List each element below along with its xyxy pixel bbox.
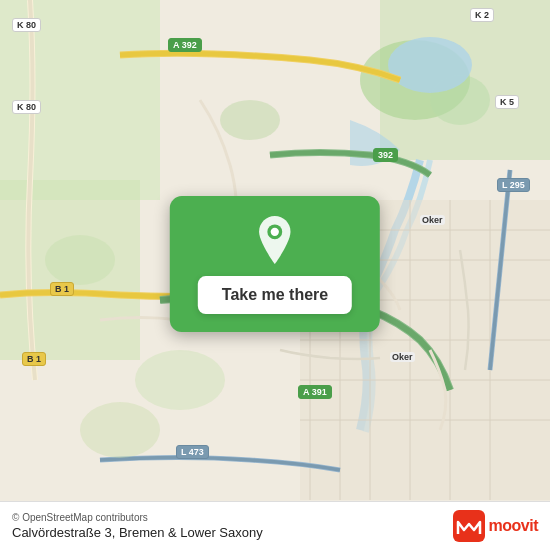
road-label-k80-mid: K 80 [12, 100, 41, 114]
road-label-b1: B 1 [50, 282, 74, 296]
map-container: K 80 K 2 A 392 K 80 K 5 392 L 295 Oker B… [0, 0, 550, 550]
bottom-bar: © OpenStreetMap contributors Calvördestr… [0, 501, 550, 550]
moovit-brand-text: moovit [489, 517, 538, 535]
take-me-there-button[interactable]: Take me there [198, 276, 352, 314]
road-label-oker1: Oker [420, 215, 445, 225]
road-label-392-mid: 392 [373, 148, 398, 162]
moovit-icon [453, 510, 485, 542]
moovit-logo: moovit [453, 510, 538, 542]
road-label-k5: K 5 [495, 95, 519, 109]
location-pin-icon [251, 216, 299, 264]
svg-point-23 [220, 100, 280, 140]
svg-point-21 [135, 350, 225, 410]
osm-attribution: © OpenStreetMap contributors [12, 512, 263, 523]
svg-point-22 [80, 402, 160, 458]
road-label-a391-low: A 391 [298, 385, 332, 399]
road-label-a392-top: A 392 [168, 38, 202, 52]
overlay-panel: Take me there [170, 196, 380, 332]
road-label-k2: K 2 [470, 8, 494, 22]
svg-point-25 [271, 228, 279, 236]
location-address: Calvördestraße 3, Bremen & Lower Saxony [12, 525, 263, 540]
road-label-l295: L 295 [497, 178, 530, 192]
svg-point-6 [388, 37, 472, 93]
svg-point-20 [45, 235, 115, 285]
road-label-oker3: Oker [390, 352, 415, 362]
road-label-b1-low: B 1 [22, 352, 46, 366]
road-label-l473: L 473 [176, 445, 209, 459]
road-label-k80-top: K 80 [12, 18, 41, 32]
bottom-left-info: © OpenStreetMap contributors Calvördestr… [12, 512, 263, 540]
